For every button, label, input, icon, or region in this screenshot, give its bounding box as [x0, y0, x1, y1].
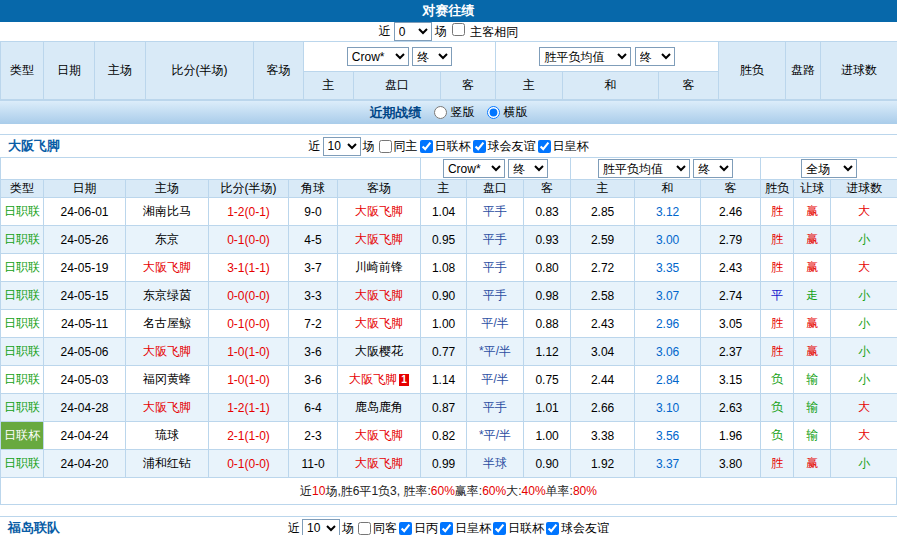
spacer — [0, 505, 897, 516]
handicap-result-cell: 赢 — [794, 310, 831, 338]
asia-odds-header: Crow* 终 — [421, 158, 571, 180]
home-team-cell: 琉球 — [126, 422, 209, 450]
games-label: 场 — [435, 23, 447, 40]
eu-away-odds: 2.63 — [701, 394, 761, 422]
final-odds-select[interactable]: 终 — [693, 159, 733, 178]
eu-draw-odds: 2.84 — [635, 366, 701, 394]
match-row: 日联杯24-04-24琉球2-1(1-0)2-3大阪飞脚0.82*平/半1.00… — [1, 422, 897, 450]
eu-away-odds: 2.74 — [701, 282, 761, 310]
competition-checkbox[interactable]: 同客 — [356, 520, 397, 535]
team-name-gamba[interactable]: 大阪飞脚 — [8, 137, 60, 155]
match-row: 日职联24-05-11名古屋鲸0-1(0-0)7-2大阪飞脚1.00平/半0.8… — [1, 310, 897, 338]
col-handicap: 盘口 — [354, 72, 441, 100]
handicap-result-cell: 走 — [794, 282, 831, 310]
europe-odds-select[interactable]: 胜平负均值 — [539, 47, 631, 66]
handicap-cell: 半球 — [467, 450, 524, 478]
h2h-near-count-select[interactable]: 0 — [394, 22, 432, 41]
league-cell: 日职联 — [1, 282, 44, 310]
h2h-table: 类型 日期 主场 比分(半场) 客场 Crow* 终 胜平负均值 终 胜负 盘路… — [0, 41, 897, 100]
gamba-competition-checks: 同主日联杯球会友谊日皇杯 — [377, 138, 589, 155]
col-home: 主场 — [95, 42, 146, 100]
gamba-near-count-select[interactable]: 10 — [323, 137, 361, 156]
same-home-away-input[interactable] — [452, 23, 465, 36]
checkbox-input[interactable] — [379, 140, 392, 153]
match-row: 日职联24-05-19大阪飞脚3-1(1-1)3-7川崎前锋1.08平手0.80… — [1, 254, 897, 282]
league-cell: 日职联 — [1, 394, 44, 422]
asia-away-odds: 0.98 — [524, 282, 571, 310]
checkbox-input[interactable] — [546, 522, 559, 535]
col-asia-home: 主 — [304, 72, 354, 100]
full-match-select[interactable]: 全场 — [801, 159, 857, 178]
checkbox-input[interactable] — [473, 140, 486, 153]
asia-away-odds: 1.00 — [524, 422, 571, 450]
checkbox-label: 同主 — [394, 138, 418, 155]
same-home-away-checkbox[interactable]: 主客相同 — [450, 23, 518, 41]
final-odds-select[interactable]: 终 — [635, 47, 675, 66]
competition-checkbox[interactable]: 球会友谊 — [544, 520, 609, 535]
result-cell: 胜 — [761, 338, 794, 366]
asia-away-odds: 0.93 — [524, 226, 571, 254]
col-eu-away: 客 — [701, 180, 761, 198]
col-eu-home: 主 — [496, 72, 563, 100]
corner-cell: 3-6 — [289, 366, 338, 394]
goals-cell: 大 — [831, 198, 897, 226]
handicap-result-cell: 赢 — [794, 226, 831, 254]
goals-cell: 小 — [831, 282, 897, 310]
final-odds-select[interactable]: 终 — [508, 159, 548, 178]
col-let: 让球 — [794, 180, 831, 198]
competition-checkbox[interactable]: 球会友谊 — [471, 138, 536, 155]
checkbox-input[interactable] — [358, 522, 371, 535]
layout-radio-horizontal[interactable]: 横版 — [485, 104, 528, 121]
summary-text: 60% — [431, 484, 455, 498]
europe-odds-select[interactable]: 胜平负均值 — [598, 159, 690, 178]
odds-company-select[interactable]: Crow* — [347, 47, 409, 66]
competition-checkbox[interactable]: 日皇杯 — [536, 138, 589, 155]
team-name-fukushima[interactable]: 福岛联队 — [8, 519, 60, 535]
match-row: 日职联24-05-15东京绿茵0-0(0-0)3-3大阪飞脚0.90平手0.98… — [1, 282, 897, 310]
odds-company-select[interactable]: Crow* — [443, 159, 505, 178]
eu-draw-odds: 3.12 — [635, 198, 701, 226]
league-cell: 日职联 — [1, 226, 44, 254]
vertical-radio-input[interactable] — [434, 106, 447, 119]
col-eu-draw: 和 — [635, 180, 701, 198]
checkbox-input[interactable] — [420, 140, 433, 153]
col-type: 类型 — [1, 42, 44, 100]
col-away: 客场 — [254, 42, 304, 100]
handicap-cell: 平手 — [467, 254, 524, 282]
checkbox-input[interactable] — [493, 522, 506, 535]
checkbox-input[interactable] — [538, 140, 551, 153]
col-asia-away: 客 — [524, 180, 571, 198]
fukushima-near-count-select[interactable]: 10 — [302, 519, 340, 535]
handicap-cell: *平/半 — [467, 422, 524, 450]
spacer — [0, 124, 897, 134]
col-eu-home: 主 — [571, 180, 635, 198]
match-row: 日职联24-05-06大阪飞脚1-0(1-0)3-6大阪樱花0.77*平/半1.… — [1, 338, 897, 366]
checkbox-input[interactable] — [440, 522, 453, 535]
checkbox-label: 球会友谊 — [488, 138, 536, 155]
date-cell: 24-06-01 — [44, 198, 126, 226]
asia-home-odds: 0.99 — [421, 450, 467, 478]
corner-cell: 3-6 — [289, 338, 338, 366]
match-row: 日职联24-04-20浦和红钻0-1(0-0)11-0大阪飞脚0.99半球0.9… — [1, 450, 897, 478]
final-odds-select[interactable]: 终 — [412, 47, 452, 66]
handicap-result-cell: 赢 — [794, 450, 831, 478]
score-cell: 2-1(1-0) — [209, 422, 289, 450]
competition-checkbox[interactable]: 日联杯 — [418, 138, 471, 155]
competition-checkbox[interactable]: 日联杯 — [491, 520, 544, 535]
horizontal-radio-input[interactable] — [487, 106, 500, 119]
asia-away-odds: 1.12 — [524, 338, 571, 366]
date-cell: 24-04-20 — [44, 450, 126, 478]
handicap-cell: 平手 — [467, 282, 524, 310]
competition-checkbox[interactable]: 同主 — [377, 138, 418, 155]
corner-cell: 11-0 — [289, 450, 338, 478]
eu-draw-odds: 3.06 — [635, 338, 701, 366]
eu-home-odds: 2.43 — [571, 310, 635, 338]
competition-checkbox[interactable]: 日皇杯 — [438, 520, 491, 535]
eu-home-odds: 2.58 — [571, 282, 635, 310]
match-row: 日职联24-05-26东京0-1(0-0)4-5大阪飞脚0.95平手0.932.… — [1, 226, 897, 254]
col-goals: 进球数 — [821, 42, 897, 100]
competition-checkbox[interactable]: 日丙 — [397, 520, 438, 535]
layout-radio-vertical[interactable]: 竖版 — [432, 104, 475, 121]
goals-cell: 小 — [831, 226, 897, 254]
checkbox-input[interactable] — [399, 522, 412, 535]
